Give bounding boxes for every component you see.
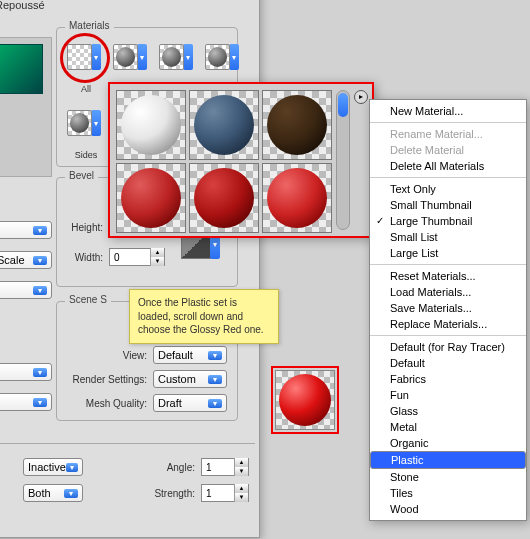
view-value: Default <box>158 349 193 361</box>
strength-value: 1 <box>202 488 234 499</box>
menu-default-ray[interactable]: Default (for Ray Tracer) <box>370 339 526 355</box>
swatch-label: All <box>67 84 105 94</box>
angle-value: 1 <box>202 462 234 473</box>
spinner[interactable]: ▲▼ <box>150 248 164 266</box>
sphere-icon <box>205 44 230 70</box>
menu-reset[interactable]: Reset Materials... <box>370 268 526 284</box>
left-controls: ▾ Scale▾ ▾ ▾ ▾ <box>0 221 52 411</box>
sphere-icon <box>121 95 181 155</box>
material-thumb[interactable] <box>189 90 259 160</box>
menu-separator <box>370 335 526 336</box>
menu-large-thumb[interactable]: Large Thumbnail <box>370 213 526 229</box>
strength-field[interactable]: 1▲▼ <box>201 484 249 502</box>
menu-small-list[interactable]: Small List <box>370 229 526 245</box>
menu-wood[interactable]: Wood <box>370 501 526 517</box>
bevel-legend: Bevel <box>65 170 98 181</box>
menu-separator <box>370 264 526 265</box>
scale-select[interactable]: Scale▾ <box>0 251 52 269</box>
dropdown-arrow-icon[interactable]: ▾ <box>91 110 101 136</box>
left-select[interactable]: ▾ <box>0 393 52 411</box>
spinner[interactable]: ▲▼ <box>234 484 248 502</box>
menu-separator <box>370 122 526 123</box>
menu-save[interactable]: Save Materials... <box>370 300 526 316</box>
both-select[interactable]: Both▾ <box>23 484 83 502</box>
menu-load[interactable]: Load Materials... <box>370 284 526 300</box>
height-label: Height: <box>61 222 103 233</box>
render-value: Custom <box>158 373 196 385</box>
sphere-icon <box>67 110 92 136</box>
mesh-select[interactable]: Draft▾ <box>153 394 227 412</box>
sphere-icon <box>194 168 254 228</box>
material-swatch-sides[interactable]: ▾ Sides <box>67 106 101 140</box>
inactive-select[interactable]: Inactive▾ <box>23 458 83 476</box>
material-thumb[interactable] <box>189 163 259 233</box>
material-thumb[interactable] <box>262 163 332 233</box>
material-thumb[interactable] <box>116 163 186 233</box>
materials-flyout: ▸ ◢ <box>108 82 374 238</box>
both-value: Both <box>28 487 51 499</box>
width-field[interactable]: 0▲▼ <box>109 248 165 266</box>
menu-text-only[interactable]: Text Only <box>370 181 526 197</box>
view-label: View: <box>61 350 147 361</box>
menu-delete-material: Delete Material <box>370 142 526 158</box>
inactive-value: Inactive <box>28 461 66 473</box>
menu-fun[interactable]: Fun <box>370 387 526 403</box>
mesh-value: Draft <box>158 397 182 409</box>
menu-plastic[interactable]: Plastic <box>370 451 526 469</box>
menu-default[interactable]: Default <box>370 355 526 371</box>
dropdown-arrow-icon[interactable]: ▾ <box>229 44 239 70</box>
sphere-icon <box>279 374 331 426</box>
menu-glass[interactable]: Glass <box>370 403 526 419</box>
sphere-icon <box>267 95 327 155</box>
materials-legend: Materials <box>65 20 114 31</box>
angle-field[interactable]: 1▲▼ <box>201 458 249 476</box>
dropdown-arrow-icon[interactable]: ▾ <box>137 44 147 70</box>
render-label: Render Settings: <box>61 374 147 385</box>
material-swatch[interactable]: ▾ <box>113 40 147 74</box>
left-select[interactable]: ▾ <box>0 363 52 381</box>
spinner[interactable]: ▲▼ <box>234 458 248 476</box>
menu-stone[interactable]: Stone <box>370 469 526 485</box>
menu-new-material[interactable]: New Material... <box>370 103 526 119</box>
menu-small-thumb[interactable]: Small Thumbnail <box>370 197 526 213</box>
menu-organic[interactable]: Organic <box>370 435 526 451</box>
dropdown-arrow-icon[interactable]: ▾ <box>183 44 193 70</box>
callout-circle <box>60 33 110 83</box>
material-swatch[interactable]: ▾ <box>205 40 239 74</box>
annotation-note: Once the Plastic set is loaded, scroll d… <box>129 289 279 344</box>
menu-metal[interactable]: Metal <box>370 419 526 435</box>
view-select[interactable]: Default▾ <box>153 346 227 364</box>
swatch-label: Sides <box>67 150 105 160</box>
scene-legend: Scene S <box>65 294 111 305</box>
angle-label: Angle: <box>145 462 195 473</box>
material-thumb[interactable] <box>262 90 332 160</box>
menu-fabrics[interactable]: Fabrics <box>370 371 526 387</box>
menu-tiles[interactable]: Tiles <box>370 485 526 501</box>
render-select[interactable]: Custom▾ <box>153 370 227 388</box>
menu-replace[interactable]: Replace Materials... <box>370 316 526 332</box>
scroll-thumb[interactable] <box>338 93 348 117</box>
sphere-icon <box>121 168 181 228</box>
materials-context-menu: New Material... Rename Material... Delet… <box>369 99 527 521</box>
menu-large-list[interactable]: Large List <box>370 245 526 261</box>
material-thumb[interactable] <box>116 90 186 160</box>
shape-preview <box>0 37 52 177</box>
sphere-icon <box>267 168 327 228</box>
left-select[interactable]: ▾ <box>0 281 52 299</box>
menu-delete-all[interactable]: Delete All Materials <box>370 158 526 174</box>
panel-title: Repoussé <box>0 0 45 11</box>
width-value: 0 <box>110 252 150 263</box>
flyout-menu-icon[interactable]: ▸ <box>354 90 368 104</box>
repousse-panel: Repoussé Materials ▾ All ▾ ▾ ▾ <box>0 0 260 538</box>
scrollbar[interactable] <box>336 90 350 230</box>
menu-separator <box>370 177 526 178</box>
scale-value: Scale <box>0 254 25 266</box>
left-select[interactable]: ▾ <box>0 221 52 239</box>
sphere-icon <box>113 44 138 70</box>
cube-icon <box>0 44 43 94</box>
sphere-icon <box>159 44 184 70</box>
material-swatch[interactable]: ▾ <box>159 40 193 74</box>
materials-grid <box>116 90 332 233</box>
menu-rename-material: Rename Material... <box>370 126 526 142</box>
sphere-icon <box>194 95 254 155</box>
